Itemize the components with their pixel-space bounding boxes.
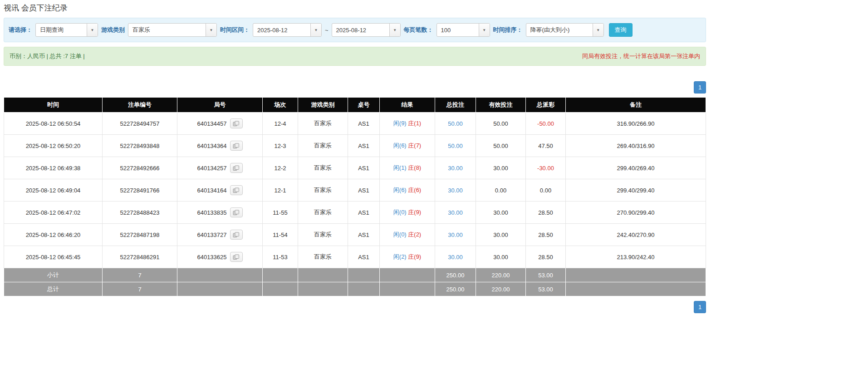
cell-bet-id: 522728487198 xyxy=(103,224,177,246)
per-page-select[interactable]: 100 ▼ xyxy=(436,23,490,37)
cell-valid-bet: 0.00 xyxy=(476,179,526,202)
result-player: 闲(6) xyxy=(393,187,407,193)
view-cards-icon[interactable] xyxy=(230,185,243,195)
cell-payout: -50.00 xyxy=(526,113,566,135)
empty-cell xyxy=(380,268,435,282)
cell-session: 11-54 xyxy=(263,224,298,246)
total-bet-link[interactable]: 50.00 xyxy=(448,143,463,149)
cell-session: 12-4 xyxy=(263,113,298,135)
view-cards-icon[interactable] xyxy=(230,118,243,128)
chevron-down-icon[interactable]: ▼ xyxy=(310,24,321,36)
search-button[interactable]: 查询 xyxy=(609,23,633,37)
cell-total-bet: 50.00 xyxy=(435,135,476,157)
subtotal-valid-bet: 220.00 xyxy=(476,268,526,282)
result-player: 闲(9) xyxy=(393,120,407,127)
subtotal-count: 7 xyxy=(103,268,177,282)
cell-payout: -30.00 xyxy=(526,157,566,179)
cell-table-no: AS1 xyxy=(348,179,380,202)
query-type-select[interactable]: 日期查询 ▼ xyxy=(35,23,98,37)
view-cards-icon[interactable] xyxy=(230,252,243,262)
total-bet-link[interactable]: 50.00 xyxy=(448,120,463,127)
cell-result: 闲(6) 庄(7) xyxy=(380,135,435,157)
cell-bet-id: 522728491766 xyxy=(103,179,177,202)
main-container: 视讯 会员下注纪录 请选择： 日期查询 ▼ 游戏类别 百家乐 ▼ 时间区间： 2… xyxy=(4,0,706,313)
total-bet-link[interactable]: 30.00 xyxy=(448,254,463,261)
result-banker: 庄(6) xyxy=(408,187,421,193)
empty-cell xyxy=(348,282,380,296)
cell-bet-id: 522728492666 xyxy=(103,157,177,179)
result-player: 闲(0) xyxy=(393,231,407,238)
cell-time: 2025-08-12 06:49:38 xyxy=(4,157,103,179)
chevron-down-icon[interactable]: ▼ xyxy=(206,24,216,36)
table-row: 2025-08-12 06:46:20522728487198640133727… xyxy=(4,224,706,246)
game-type-label: 游戏类别 xyxy=(101,26,125,34)
cards-glyph xyxy=(233,121,240,127)
column-header: 备注 xyxy=(566,98,706,113)
cell-table-no: AS1 xyxy=(348,135,380,157)
cell-game-type: 百家乐 xyxy=(298,202,348,224)
cell-game-type: 百家乐 xyxy=(298,246,348,268)
result-player: 闲(0) xyxy=(393,209,407,216)
cell-note: 213.90/242.40 xyxy=(566,246,706,268)
game-type-value: 百家乐 xyxy=(128,24,206,36)
column-header: 桌号 xyxy=(348,98,380,113)
table-header-row: 时间注单编号局号场次游戏类别桌号结果总投注有效投注总派彩备注 xyxy=(4,98,706,113)
cell-valid-bet: 30.00 xyxy=(476,224,526,246)
cell-bet-id: 522728493848 xyxy=(103,135,177,157)
cell-valid-bet: 30.00 xyxy=(476,246,526,268)
time-range-label: 时间区间： xyxy=(220,26,250,34)
empty-cell xyxy=(566,282,706,296)
column-header: 时间 xyxy=(4,98,103,113)
subtotal-label: 小计 xyxy=(4,268,103,282)
cell-payout: 28.50 xyxy=(526,246,566,268)
page-1-button[interactable]: 1 xyxy=(694,81,706,94)
cell-game-type: 百家乐 xyxy=(298,179,348,202)
chevron-down-icon[interactable]: ▼ xyxy=(87,24,98,36)
column-header: 场次 xyxy=(263,98,298,113)
total-total-bet: 250.00 xyxy=(435,282,476,296)
view-cards-icon[interactable] xyxy=(230,163,243,173)
column-header: 注单编号 xyxy=(103,98,177,113)
currency-total-text: 币别：人民币 | 总共 :7 注单 | xyxy=(10,52,85,60)
total-bet-link[interactable]: 30.00 xyxy=(448,187,463,194)
column-header: 总派彩 xyxy=(526,98,566,113)
range-tilde: ~ xyxy=(325,27,329,34)
table-row: 2025-08-12 06:50:54522728494757640134457… xyxy=(4,113,706,135)
cell-note: 316.90/266.90 xyxy=(566,113,706,135)
date-from-select[interactable]: 2025-08-12 ▼ xyxy=(253,23,322,37)
date-to-value: 2025-08-12 xyxy=(332,24,389,36)
cell-time: 2025-08-12 06:47:02 xyxy=(4,202,103,224)
query-type-label: 请选择： xyxy=(9,26,32,34)
page-1-button[interactable]: 1 xyxy=(694,301,706,313)
view-cards-icon[interactable] xyxy=(230,207,243,217)
total-bet-link[interactable]: 30.00 xyxy=(448,231,463,238)
cell-session: 11-53 xyxy=(263,246,298,268)
cell-table-no: AS1 xyxy=(348,224,380,246)
total-payout: 53.00 xyxy=(526,282,566,296)
total-bet-link[interactable]: 30.00 xyxy=(448,209,463,216)
date-to-select[interactable]: 2025-08-12 ▼ xyxy=(332,23,401,37)
cards-glyph xyxy=(233,187,240,193)
cell-payout: 47.50 xyxy=(526,135,566,157)
view-cards-icon[interactable] xyxy=(230,230,243,240)
cell-table-no: AS1 xyxy=(348,246,380,268)
game-type-select[interactable]: 百家乐 ▼ xyxy=(128,23,217,37)
chevron-down-icon[interactable]: ▼ xyxy=(593,24,603,36)
cell-total-bet: 30.00 xyxy=(435,202,476,224)
cell-result: 闲(0) 庄(9) xyxy=(380,202,435,224)
cards-glyph xyxy=(233,232,240,238)
empty-cell xyxy=(177,268,263,282)
round-number: 640134164 xyxy=(197,187,226,194)
cell-table-no: AS1 xyxy=(348,202,380,224)
total-bet-link[interactable]: 30.00 xyxy=(448,165,463,172)
cell-bet-id: 522728486291 xyxy=(103,246,177,268)
chevron-down-icon[interactable]: ▼ xyxy=(389,24,400,36)
cell-valid-bet: 30.00 xyxy=(476,157,526,179)
chevron-down-icon[interactable]: ▼ xyxy=(479,24,490,36)
cell-round-id: 640133835 xyxy=(177,202,263,224)
sort-select[interactable]: 降幂(由大到小) ▼ xyxy=(526,23,604,37)
empty-cell xyxy=(566,268,706,282)
per-page-label: 每页笔数： xyxy=(404,26,433,34)
column-header: 总投注 xyxy=(435,98,476,113)
view-cards-icon[interactable] xyxy=(230,141,243,151)
